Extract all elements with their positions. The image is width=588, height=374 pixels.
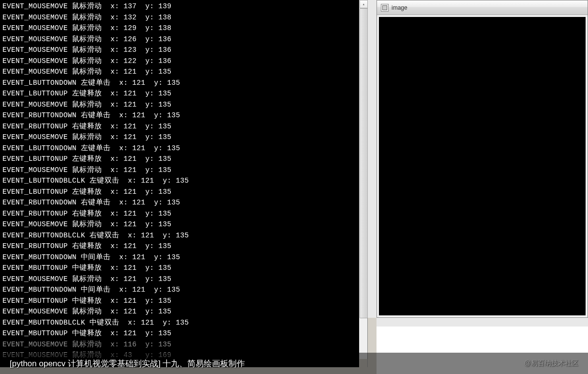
console-window: EVENT_MOUSEMOVE 鼠标滑动 x: 137 y: 139 EVENT… [0,0,368,367]
image-canvas[interactable] [379,17,586,315]
image-window: image [377,0,588,318]
scrollbar-track[interactable] [360,8,367,359]
console-output: EVENT_MOUSEMOVE 鼠标滑动 x: 137 y: 139 EVENT… [0,0,367,362]
background-strip [377,318,588,327]
scrollbar-thumb[interactable] [360,8,368,318]
window-icon [381,4,389,12]
console-scrollbar[interactable]: ▴ ▾ [359,0,367,367]
image-titlebar[interactable]: image [377,0,588,15]
caption-bar: [python opencv 计算机视觉零基础到实战] 十九、简易绘画板制作 @… [0,353,588,374]
scroll-up-button[interactable]: ▴ [360,0,368,8]
window-gap [368,0,377,318]
watermark: @易百纳技术社区 [524,359,578,368]
window-title: image [392,4,407,11]
caption-text: [python opencv 计算机视觉零基础到实战] 十九、简易绘画板制作 [10,358,245,369]
